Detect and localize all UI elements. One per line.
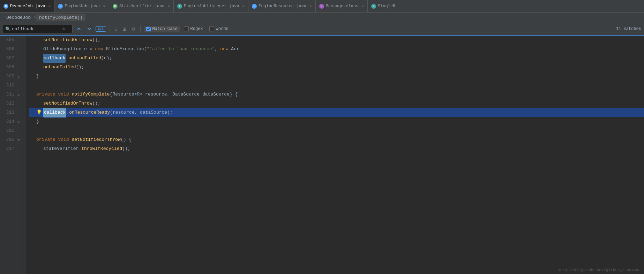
tab-label-single-r: SingleR	[378, 4, 395, 9]
code-line-314: }	[29, 117, 644, 126]
code-line-315	[29, 126, 644, 135]
watermark: http://blog.csdn.net/github_33304260	[557, 268, 641, 272]
breadcrumb-bar: DecodeJob > notifyComplete()	[0, 13, 644, 23]
tab-engine-resource[interactable]: C EngineResource.java ✕	[248, 0, 315, 13]
tab-close-decode-job[interactable]: ✕	[48, 4, 51, 8]
search-input-wrap: 🔍 ✕	[3, 25, 73, 33]
line-num-314: 314	[3, 117, 14, 126]
tab-close-state-verifier[interactable]: ✕	[168, 4, 170, 8]
code-line-312: setNotifiedOrThrow();	[29, 99, 644, 108]
tab-message-class[interactable]: C Message.class ✕	[316, 0, 368, 13]
line-num-312: 312	[3, 99, 14, 108]
code-area[interactable]: setNotifiedOrThrow(); GlideException e =…	[26, 36, 644, 274]
callback-match-307: callback	[43, 54, 66, 63]
fold-icon-309[interactable]: ▽	[17, 74, 20, 79]
breadcrumb-notify-complete[interactable]: notifyComplete()	[36, 14, 85, 21]
code-line-316: private void setNotifiedOrThrow() {	[29, 135, 644, 144]
line-numbers: 305 306 307 308 309 310 311 312 313 314 …	[0, 36, 17, 274]
fold-icon-314[interactable]: ▽	[17, 120, 20, 124]
words-checkbox-visual	[209, 26, 214, 31]
search-in-selection-button[interactable]: ⌕	[113, 26, 119, 32]
search-bar: 🔍 ✕ ALL ⌕ ⊞ ⚙ Match Case Regex Words 11 …	[0, 23, 644, 36]
match-case-option[interactable]: Match Case	[144, 26, 180, 32]
tab-label-message-class: Message.class	[326, 4, 359, 9]
tab-icon-engine-job-listener: I	[177, 4, 182, 9]
tab-close-engine-job[interactable]: ✕	[103, 4, 105, 8]
line-num-315: 315	[3, 126, 14, 135]
tab-close-engine-resource[interactable]: ✕	[309, 4, 312, 8]
code-line-305: setNotifiedOrThrow();	[29, 36, 644, 45]
search-q-icon: 🔍	[5, 26, 10, 32]
tab-icon-engine-resource: C	[252, 4, 257, 9]
tab-label-engine-job: EngineJob.java	[65, 4, 100, 9]
line-num-306: 306	[3, 45, 14, 54]
code-line-308: onLoadFailed();	[29, 63, 644, 72]
search-divider-1	[110, 25, 110, 32]
line-num-311: 311	[3, 90, 14, 99]
tab-label-decode-job: DecodeJob.java	[10, 4, 45, 9]
line-num-307: 307	[3, 54, 14, 63]
match-case-checkbox[interactable]	[146, 27, 151, 31]
tab-icon-decode-job: C	[3, 4, 8, 9]
tab-label-engine-job-listener: EngineJobListener.java	[184, 4, 239, 9]
code-line-307: callback.onLoadFailed(e);	[29, 54, 644, 63]
tab-label-state-verifier: StateVerifier.java	[119, 4, 165, 9]
match-count: 11 matches	[616, 26, 641, 31]
editor: 305 306 307 308 309 310 311 312 313 314 …	[0, 36, 644, 274]
search-all-button[interactable]: ALL	[96, 26, 106, 32]
search-input[interactable]	[12, 26, 61, 32]
tab-label-engine-resource: EngineResource.java	[259, 4, 306, 9]
tab-decode-job[interactable]: C DecodeJob.java ✕	[0, 0, 54, 13]
search-prev-button[interactable]	[75, 25, 83, 32]
tab-icon-message-class: C	[319, 4, 324, 9]
search-next-button[interactable]	[85, 25, 93, 32]
callback-current-match-313: callback	[43, 108, 66, 117]
code-line-306: GlideException e = new GlideException("F…	[29, 45, 644, 54]
tab-close-message-class[interactable]: ✕	[361, 4, 364, 8]
tab-icon-state-verifier: C	[113, 4, 118, 9]
line-num-313: 313	[3, 108, 14, 117]
tab-bar: C DecodeJob.java ✕ C EngineJob.java ✕ C …	[0, 0, 644, 13]
code-line-310	[29, 81, 644, 90]
line-num-309: 309	[3, 72, 14, 81]
line-num-305: 305	[3, 36, 14, 45]
code-line-313: 💡 callback.onResourceReady(resource, dat…	[29, 108, 644, 117]
search-divider-2	[140, 25, 141, 32]
words-option[interactable]: Words	[207, 26, 231, 32]
regex-label: Regex	[190, 26, 203, 31]
tab-state-verifier[interactable]: C StateVerifier.java ✕	[109, 0, 174, 13]
tab-engine-job[interactable]: C EngineJob.java ✕	[54, 0, 109, 13]
tab-close-engine-job-listener[interactable]: ✕	[242, 4, 245, 8]
code-line-317: stateVerifier.throwIfRecycled();	[29, 144, 644, 153]
line-num-308: 308	[3, 63, 14, 72]
tab-icon-single-r: C	[371, 4, 376, 9]
code-line-309: }	[29, 72, 644, 81]
tab-engine-job-listener[interactable]: I EngineJobListener.java ✕	[174, 0, 248, 13]
line-num-310: 310	[3, 81, 14, 90]
regex-option[interactable]: Regex	[182, 26, 205, 32]
line-num-317: 317	[3, 144, 14, 153]
gutter: ▽ ▽ ▽ ▽	[17, 36, 26, 274]
tab-single-r[interactable]: C SingleR	[368, 0, 399, 13]
regex-checkbox-visual	[184, 26, 189, 31]
search-clear-button[interactable]: ✕	[62, 26, 65, 31]
breadcrumb-decode-job[interactable]: DecodeJob	[3, 14, 33, 21]
line-num-316: 316	[3, 135, 14, 144]
tab-icon-engine-job: C	[58, 4, 63, 9]
search-filter-button[interactable]: ⚙	[130, 26, 137, 32]
code-line-311: private void notifyComplete(Resource<R> …	[29, 90, 644, 99]
fold-icon-311[interactable]: ▽	[17, 92, 20, 97]
match-case-label: Match Case	[152, 26, 178, 31]
search-multiline-button[interactable]: ⊞	[121, 26, 128, 32]
words-label: Words	[216, 26, 229, 31]
token-setNotifiedOrThrow-305: setNotifiedOrThrow	[43, 36, 92, 45]
breadcrumb-separator: >	[33, 15, 36, 20]
fold-icon-316[interactable]: ▽	[17, 138, 20, 142]
lightbulb-icon-313[interactable]: 💡	[36, 108, 42, 117]
